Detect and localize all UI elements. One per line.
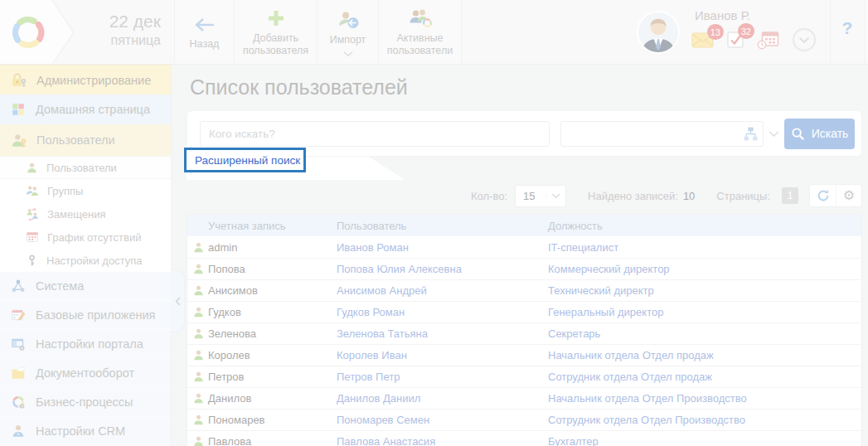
user-link[interactable]: Анисимов Андрей xyxy=(337,284,548,297)
sidebar: Администрирование Домашняя страница Поль… xyxy=(0,65,172,446)
search-button[interactable]: Искать xyxy=(784,119,855,149)
table-row[interactable]: Павлова Павлова Анастасия Бухгалтер xyxy=(187,430,861,446)
sidebar-collapse-handle[interactable] xyxy=(171,269,185,332)
table-row[interactable]: Гудков Гудков Роман Генеральный директор xyxy=(187,301,861,322)
docflow-folder-icon xyxy=(11,366,26,381)
user-name[interactable]: Иванов Р. xyxy=(695,8,817,22)
sidebar-item-users-section[interactable]: Пользователи xyxy=(0,124,171,156)
user-area: Иванов Р. 13 32 xyxy=(638,0,868,64)
advanced-search-link[interactable]: Расширенный поиск xyxy=(195,154,300,167)
sidebar-item-administration[interactable]: Администрирование xyxy=(0,65,171,95)
sidebar-item-label: Пользователи xyxy=(36,133,115,147)
sidebar-item-home[interactable]: Домашняя страница xyxy=(0,95,171,124)
position-link[interactable]: Генеральный директор xyxy=(548,306,861,318)
sidebar-item-crm-settings[interactable]: Настройки CRM xyxy=(0,417,171,446)
base-apps-icon xyxy=(11,308,26,322)
substitution-icon xyxy=(26,207,39,221)
position-link[interactable]: IT-специалист xyxy=(548,241,861,254)
table-settings-button[interactable]: ⚙ xyxy=(836,185,861,206)
user-icon xyxy=(26,162,38,174)
profile-menu-button[interactable] xyxy=(792,27,817,56)
user-link[interactable]: Павлова Анастасия xyxy=(337,435,548,446)
table-row[interactable]: Королев Королев Иван Начальник отдела От… xyxy=(187,344,861,366)
sidebar-item-access-settings[interactable]: Настройки доступа xyxy=(0,249,171,272)
position-link[interactable]: Сотрудник отдела Отдел Производство xyxy=(548,414,861,426)
account-cell: admin xyxy=(208,241,337,254)
sidebar-item-label: Администрирование xyxy=(36,74,151,87)
list-controls: Кол-во: 15 Найдено записей: 10 Страницы:… xyxy=(187,183,862,208)
table-row[interactable]: Попова Попова Юлия Алексевна Коммерчески… xyxy=(187,258,861,279)
user-info: Иванов Р. 13 32 xyxy=(691,8,817,56)
user-row-icon xyxy=(192,349,205,361)
page-title: Список пользователей xyxy=(190,75,862,99)
help-button[interactable]: ? xyxy=(830,0,865,64)
sidebar-item-label: Группы xyxy=(47,185,83,197)
sidebar-item-base-apps[interactable]: Базовые приложения xyxy=(0,301,171,330)
position-link[interactable]: Технический директр xyxy=(548,284,861,297)
pagination: Страницы: 1 xyxy=(716,187,798,204)
users-table: Учетная запись Пользователь Должность ad… xyxy=(187,214,862,446)
back-button[interactable]: Назад xyxy=(175,0,235,64)
avatar-photo xyxy=(638,12,678,52)
position-link[interactable]: Сотрудник отдела Отдел продаж xyxy=(548,371,861,383)
calendar-button[interactable] xyxy=(757,31,779,53)
sidebar-item-absence-schedule[interactable]: График отсутствий xyxy=(0,225,171,249)
position-link[interactable]: Коммерческий директор xyxy=(548,263,861,275)
lock-key-icon xyxy=(11,72,27,88)
user-row-icon xyxy=(192,435,205,446)
sidebar-item-business-processes[interactable]: Бизнес-процессы xyxy=(0,388,171,417)
user-link[interactable]: Королев Иван xyxy=(337,349,548,361)
toolbar: Назад Добавить пользователя Импорт xyxy=(174,0,462,64)
account-cell: Павлова xyxy=(208,435,337,446)
app-logo-icon[interactable] xyxy=(7,12,49,53)
user-link[interactable]: Иванов Роман xyxy=(337,241,548,254)
import-button[interactable]: Импорт xyxy=(318,0,379,64)
table-row[interactable]: Петров Петров Петр Сотрудник отдела Отде… xyxy=(187,366,861,387)
user-row-icon xyxy=(192,371,205,383)
user-link[interactable]: Попова Юлия Алексевна xyxy=(337,263,548,275)
table-row[interactable]: admin Иванов Роман IT-специалист xyxy=(187,236,861,258)
user-link[interactable]: Зеленова Татьяна xyxy=(337,327,548,340)
active-users-icon xyxy=(408,8,433,28)
date-day: 22 дек xyxy=(109,11,161,32)
sidebar-item-docflow[interactable]: Документооборот xyxy=(0,359,171,388)
add-user-button[interactable]: Добавить пользователя xyxy=(235,0,318,64)
table-row[interactable]: Анисимов Анисимов Андрей Технический дир… xyxy=(187,279,861,301)
user-row-icon xyxy=(192,392,205,405)
sidebar-item-label: Настройки доступа xyxy=(46,255,143,267)
column-header-position: Должность xyxy=(548,220,861,232)
position-link[interactable]: Бухгалтер xyxy=(548,435,861,446)
page-size-select[interactable]: 15 xyxy=(515,185,566,207)
active-users-button[interactable]: Активные пользователи xyxy=(379,0,462,64)
sidebar-item-system[interactable]: Система xyxy=(0,272,171,301)
position-link[interactable]: Начальник отдела Отдел Производство xyxy=(548,392,861,405)
page-number-button[interactable]: 1 xyxy=(782,187,798,204)
search-input[interactable] xyxy=(200,121,550,147)
user-link[interactable]: Пономарев Семен xyxy=(337,414,548,426)
table-row[interactable]: Пономарев Пономарев Семен Сотрудник отде… xyxy=(187,409,861,430)
sidebar-item-substitutions[interactable]: Замещения xyxy=(0,202,171,225)
sidebar-item-groups[interactable]: Группы xyxy=(0,179,171,202)
user-link[interactable]: Гудков Роман xyxy=(337,306,548,318)
sidebar-item-portal-settings[interactable]: Настройки портала xyxy=(0,330,171,359)
tasks-count-badge: 32 xyxy=(738,23,754,39)
found-records: Найдено записей: 10 xyxy=(588,190,695,202)
sidebar-item-users[interactable]: Пользователи xyxy=(0,156,171,179)
user-link[interactable]: Петров Петр xyxy=(337,371,548,383)
position-link[interactable]: Начальник отдела Отдел продаж xyxy=(548,349,861,361)
org-unit-dropdown-button[interactable] xyxy=(764,131,784,137)
mail-button[interactable]: 13 xyxy=(691,32,714,51)
advanced-search-highlight[interactable]: Расширенный поиск xyxy=(184,148,306,172)
org-unit-input[interactable] xyxy=(560,121,763,147)
user-row-icon xyxy=(192,327,205,340)
add-user-plus-icon xyxy=(266,8,286,28)
table-row[interactable]: Данилов Данилов Даниил Начальник отдела … xyxy=(187,387,861,409)
refresh-button[interactable] xyxy=(810,185,836,206)
position-link[interactable]: Секретарь xyxy=(548,327,861,340)
user-link[interactable]: Данилов Даниил xyxy=(337,392,548,405)
tasks-button[interactable]: 32 xyxy=(726,31,744,52)
user-key-icon xyxy=(11,133,27,148)
table-row[interactable]: Зеленова Зеленова Татьяна Секретарь xyxy=(187,322,861,344)
avatar[interactable] xyxy=(638,12,678,52)
user-row-icon xyxy=(192,414,205,426)
